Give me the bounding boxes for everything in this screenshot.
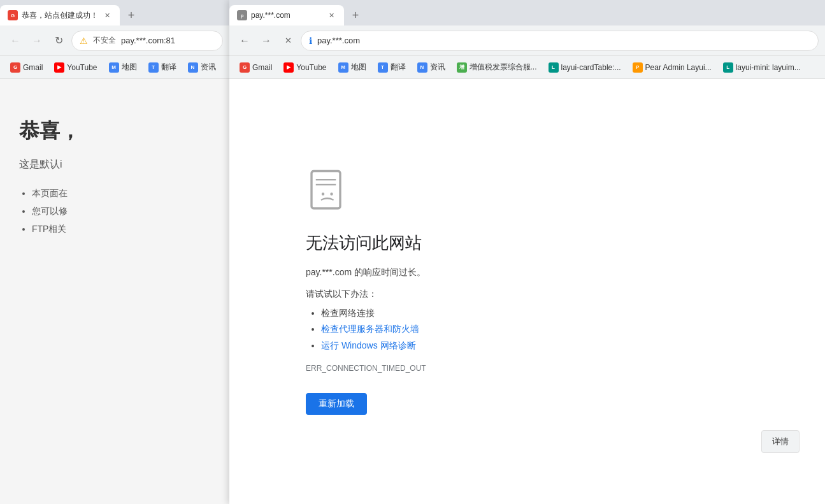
w2-maps-icon: M [338,62,348,73]
details-button[interactable]: 详情 [761,430,800,453]
w2-bookmark-layui-mini-label: layui-mini: layuim... [736,63,801,72]
w1-bookmark-gmail[interactable]: G Gmail [5,60,48,75]
w2-youtube-icon: ▶ [283,62,294,73]
w2-bookmark-maps[interactable]: M 地图 [333,59,371,75]
w2-bookmark-layui-card-label: layui-cardTable:... [561,63,621,72]
error-sad-icon [306,168,352,214]
success-list-item-1: 本页面在 [32,184,210,202]
error-domain-msg: pay.***.com 的响应时间过长。 [306,267,800,278]
svg-rect-0 [312,171,340,209]
w1-bookmark-youtube[interactable]: ▶ YouTube [49,60,102,75]
w2-layui-card-icon: L [549,62,559,73]
suggestion-1-text: 检查网络连接 [321,308,375,318]
window1-tab-close[interactable]: ✕ [102,10,112,20]
window1-tab-title: 恭喜，站点创建成功！ [22,10,98,21]
error-code: ERR_CONNECTION_TIMED_OUT [306,364,800,373]
w2-forward-btn[interactable]: → [257,32,275,50]
w2-bookmark-news-label: 资讯 [430,62,445,73]
w1-translate-icon: T [148,62,159,73]
window1-tab-favicon: G [8,10,18,20]
w2-bookmark-pear[interactable]: P Pear Admin Layui... [628,60,717,75]
success-list-item-2: 您可以修 [32,202,210,220]
w1-gmail-icon: G [10,62,20,73]
w2-bookmark-youtube-label: YouTube [296,63,326,72]
w1-bookmark-translate-label: 翻译 [161,62,176,73]
w2-layui-mini-icon: L [723,62,733,73]
w1-news-icon: N [188,62,198,73]
error-domain-name: pay.***.com [306,267,352,277]
w2-bookmarks-bar: G Gmail ▶ YouTube M 地图 T 翻译 N 资讯 增 增值税发票… [229,56,825,79]
w2-tab-close[interactable]: ✕ [326,10,336,20]
w1-not-secure-label: 不安全 [93,35,116,46]
window1-active-tab[interactable]: G 恭喜，站点创建成功！ ✕ [0,5,120,25]
w1-bookmarks-bar: G Gmail ▶ YouTube M 地图 T 翻译 N 资讯 [0,56,229,79]
w1-bookmark-news[interactable]: N 资讯 [183,59,221,75]
w1-address-bar[interactable]: ⚠ 不安全 pay.***.com:81 [71,31,223,51]
w2-close-btn[interactable]: ✕ [279,32,297,50]
browser-window-2: p pay.***.com ✕ + ← → ✕ ℹ pay.***.com G … [229,0,825,504]
error-suggestions-list: 检查网络连接 检查代理服务器和防火墙 运行 Windows 网络诊断 [306,305,800,354]
w2-bookmark-pear-label: Pear Admin Layui... [645,63,712,72]
w1-youtube-icon: ▶ [54,62,64,73]
w1-content: 恭喜， 这是默认i 本页面在 您可以修 FTP相关 [0,79,229,504]
w2-address-bar[interactable]: ℹ pay.***.com [301,31,819,51]
w2-tab-favicon: p [237,10,247,20]
w2-bookmark-layui-card[interactable]: L layui-cardTable:... [543,60,626,75]
w2-tab-bar: p pay.***.com ✕ + [229,0,825,25]
suggestion-1: 检查网络连接 [321,305,800,321]
success-title: 恭喜， [19,117,210,145]
success-list-item-3: FTP相关 [32,220,210,238]
w1-reload-btn[interactable]: ↻ [50,32,68,50]
reload-button[interactable]: 重新加载 [306,393,367,415]
w1-left-content: 恭喜， 这是默认i 本页面在 您可以修 FTP相关 [0,79,229,257]
suggestion-3[interactable]: 运行 Windows 网络诊断 [321,338,800,354]
w2-bookmark-translate-label: 翻译 [391,62,406,73]
w2-bookmark-gmail-label: Gmail [252,63,272,72]
page-wrapper: G 恭喜，站点创建成功！ ✕ + ← → ↻ ⚠ 不安全 pay.***.com… [0,0,825,504]
w2-bookmark-layui-mini[interactable]: L layui-mini: layuim... [718,60,806,75]
w2-bookmark-translate[interactable]: T 翻译 [373,59,411,75]
w2-error-content: 无法访问此网站 pay.***.com 的响应时间过长。 请试试以下办法： 检查… [229,79,825,504]
suggestion-2-link[interactable]: 检查代理服务器和防火墙 [321,324,419,334]
svg-point-4 [330,192,333,196]
error-suggestions-title: 请试试以下办法： [306,289,800,300]
browser-window-1: G 恭喜，站点创建成功！ ✕ + ← → ↻ ⚠ 不安全 pay.***.com… [0,0,229,504]
button-row: 重新加载 [306,393,800,415]
w2-tax-icon: 增 [457,62,467,73]
window1-new-tab-btn[interactable]: + [122,6,140,24]
error-icon-container [306,168,352,217]
success-list: 本页面在 您可以修 FTP相关 [19,184,210,238]
w1-address-text: pay.***.com:81 [121,36,215,45]
w1-bookmark-maps[interactable]: M 地图 [104,59,142,75]
w2-active-tab[interactable]: p pay.***.com ✕ [229,5,344,25]
w2-bookmark-tax[interactable]: 增 增值税发票综合服... [452,59,542,75]
error-title: 无法访问此网站 [306,232,800,254]
w1-toolbar: ← → ↻ ⚠ 不安全 pay.***.com:81 [0,25,229,56]
w2-info-icon: ℹ [309,36,312,46]
w2-bookmark-youtube[interactable]: ▶ YouTube [278,60,331,75]
w1-tab-bar: G 恭喜，站点创建成功！ ✕ + [0,0,229,25]
w2-tab-title: pay.***.com [251,11,322,20]
w2-bookmark-news[interactable]: N 资讯 [412,59,450,75]
w2-toolbar: ← → ✕ ℹ pay.***.com [229,25,825,56]
w2-news-icon: N [417,62,427,73]
w2-bookmark-maps-label: 地图 [351,62,366,73]
w1-back-btn[interactable]: ← [6,32,24,50]
w1-bookmark-translate[interactable]: T 翻译 [143,59,182,75]
w2-back-btn[interactable]: ← [236,32,254,50]
w2-bookmark-gmail[interactable]: G Gmail [234,60,277,75]
error-domain-suffix: 的响应时间过长。 [354,267,426,277]
svg-point-3 [322,192,325,196]
w1-forward-btn[interactable]: → [28,32,46,50]
w1-bookmark-news-label: 资讯 [201,62,216,73]
w2-translate-icon: T [378,62,388,73]
suggestion-3-link[interactable]: 运行 Windows 网络诊断 [321,340,416,350]
w2-bookmark-tax-label: 增值税发票综合服... [470,62,537,73]
w2-new-tab-btn[interactable]: + [347,6,364,24]
w2-pear-icon: P [633,62,643,73]
suggestion-2[interactable]: 检查代理服务器和防火墙 [321,321,800,337]
w1-bookmark-maps-label: 地图 [122,62,137,73]
success-subtitle: 这是默认i [19,158,210,171]
error-text-block: 无法访问此网站 pay.***.com 的响应时间过长。 请试试以下办法： 检查… [306,232,800,415]
w1-bookmark-youtube-label: YouTube [67,63,97,72]
